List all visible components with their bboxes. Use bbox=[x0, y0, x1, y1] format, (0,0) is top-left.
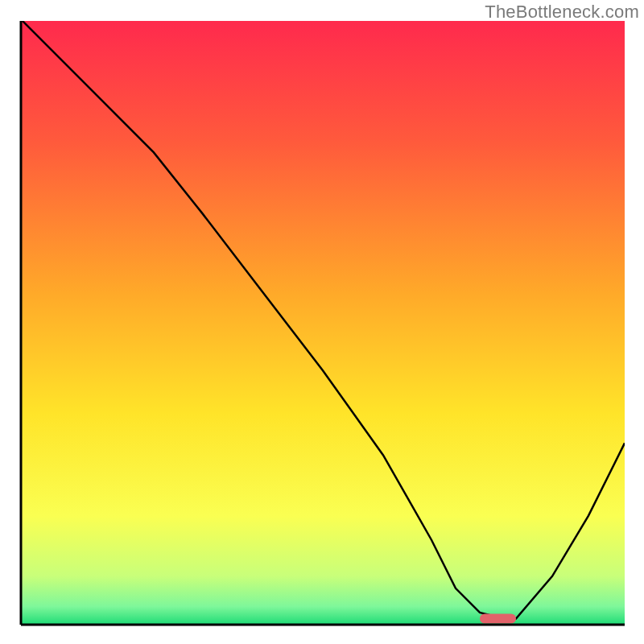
chart-svg bbox=[19, 21, 625, 626]
chart-root: TheBottleneck.com bbox=[0, 0, 644, 644]
optimal-range-marker bbox=[480, 613, 516, 623]
watermark-text: TheBottleneck.com bbox=[485, 2, 639, 23]
